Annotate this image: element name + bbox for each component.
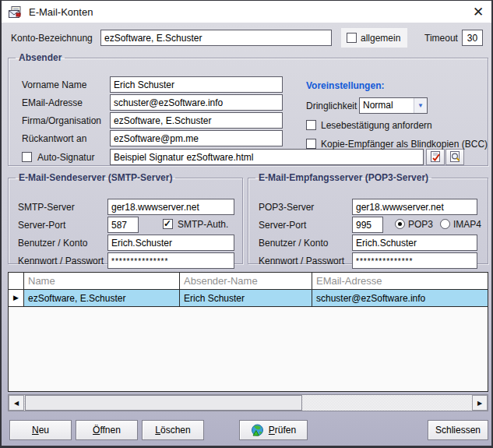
smtp-server-label: SMTP-Server <box>18 202 75 213</box>
dringlichkeit-label: Dringlichkeit <box>306 101 357 111</box>
absender-group: Absender Vorname Name EMail-Adresse Firm… <box>8 52 488 166</box>
scroll-right-icon[interactable]: ▶ <box>472 395 488 411</box>
firma-input[interactable] <box>110 112 283 129</box>
pop3-port-label: Server-Port <box>259 220 306 231</box>
timeout-label: Timeout <box>424 33 458 44</box>
row-selector-header <box>9 273 24 289</box>
accounts-table-header: Name Absender-Name EMail-Adresse <box>9 273 488 290</box>
edit-signature-icon <box>430 151 442 163</box>
titlebar: E-Mail-Konten ✕ <box>2 1 491 23</box>
absender-group-title: Absender <box>16 52 65 63</box>
accounts-table: Name Absender-Name EMail-Adresse ▶ ezSof… <box>8 272 488 392</box>
blindkopien-checkbox[interactable]: ✓ <box>306 139 316 149</box>
voreinstellungen-title: Voreinstellungen: <box>306 80 384 91</box>
window-title: E-Mail-Konten <box>29 6 93 18</box>
timeout-input[interactable] <box>462 30 483 46</box>
smtp-port-label: Server-Port <box>18 220 65 231</box>
globe-icon <box>251 424 264 437</box>
loeschen-button[interactable]: Löschen <box>142 420 204 440</box>
pop3-user-input[interactable] <box>352 235 477 251</box>
auto-signatur-checkbox[interactable]: ✓ <box>22 152 32 162</box>
smtp-auth-label: SMTP-Auth. <box>178 219 228 230</box>
imap4-radio[interactable] <box>440 219 450 229</box>
preview-signature-button[interactable] <box>445 149 464 165</box>
pop3-radio-label: POP3 <box>408 219 433 230</box>
allgemein-label: allgemein <box>361 33 400 44</box>
email-accounts-dialog: E-Mail-Konten ✕ Konto-Bezeichnung ✓ allg… <box>0 0 493 448</box>
column-header-absender-name[interactable]: Absender-Name <box>180 273 312 289</box>
scroll-left-icon[interactable]: ◀ <box>9 395 24 411</box>
konto-bezeichnung-input[interactable] <box>100 30 332 46</box>
smtp-pass-input[interactable] <box>107 252 234 269</box>
smtp-server-input[interactable] <box>107 199 234 215</box>
vorname-input[interactable] <box>110 76 283 93</box>
row-pointer-icon: ▶ <box>9 290 24 306</box>
chevron-down-icon[interactable]: ▼ <box>414 98 427 113</box>
horizontal-scrollbar[interactable]: ◀ ▶ <box>8 394 488 411</box>
imap4-radio-label: IMAP4 <box>453 219 481 230</box>
blindkopien-label: Kopie-Empfänger als Blindkopien (BCC) <box>321 139 488 150</box>
rueckantwort-label: Rückantwort an <box>22 133 86 144</box>
column-header-email-adresse[interactable]: EMail-Adresse <box>312 273 488 289</box>
smtp-group: E-Mail-Sendeserver (SMTP-Server) SMTP-Se… <box>8 172 243 264</box>
smtp-user-label: Benutzer / Konto <box>18 238 87 249</box>
close-icon[interactable]: ✕ <box>465 1 491 23</box>
schliessen-button[interactable]: Schliessen <box>428 420 488 440</box>
smtp-user-input[interactable] <box>107 235 234 251</box>
pop3-pass-label: Kennwort / Passwort <box>259 256 344 266</box>
pop3-port-input[interactable] <box>352 217 383 233</box>
pruefen-button[interactable]: Prüfen <box>239 420 308 440</box>
preview-icon <box>449 151 461 163</box>
smtp-port-input[interactable] <box>107 217 139 233</box>
email-adresse-label: EMail-Adresse <box>22 97 83 108</box>
pop3-server-label: POP3-Server <box>259 202 314 213</box>
pop3-radio[interactable] <box>395 219 405 229</box>
signatur-input[interactable] <box>110 149 424 165</box>
email-adresse-input[interactable] <box>110 94 283 111</box>
pop3-pass-input[interactable] <box>352 252 477 269</box>
mail-icon <box>9 6 23 18</box>
dringlichkeit-value: Normal <box>360 98 414 113</box>
smtp-pass-label: Kennwort / Passwort <box>18 256 104 266</box>
pop3-user-label: Benutzer / Konto <box>259 238 328 249</box>
lesebestaetigung-checkbox[interactable]: ✓ <box>306 120 316 130</box>
lesebestaetigung-label: Lesebestätigung anfordern <box>321 120 432 131</box>
oeffnen-button[interactable]: Öffnen <box>76 420 138 440</box>
pop3-group-title: E-Mail-Empfangsserver (POP3-Server) <box>255 172 431 183</box>
edit-signature-button[interactable] <box>426 149 445 165</box>
allgemein-checkbox[interactable]: ✓ <box>347 33 357 43</box>
column-header-name[interactable]: Name <box>24 273 180 289</box>
cell-email-adresse: schuster@ezSoftware.info <box>312 290 488 306</box>
pop3-server-input[interactable] <box>352 199 477 215</box>
dringlichkeit-select[interactable]: Normal ▼ <box>359 97 428 114</box>
cell-name: ezSoftware, E.Schuster <box>24 290 180 306</box>
cell-absender-name: Erich Schuster <box>180 290 312 306</box>
vorname-label: Vorname Name <box>22 79 86 90</box>
smtp-auth-checkbox[interactable]: ✓ <box>163 219 173 229</box>
firma-label: Firma/Organisation <box>22 115 101 126</box>
table-row[interactable]: ▶ ezSoftware, E.Schuster Erich Schuster … <box>9 290 488 307</box>
smtp-group-title: E-Mail-Sendeserver (SMTP-Server) <box>16 172 175 183</box>
neu-button[interactable]: Neu <box>9 420 72 440</box>
konto-bezeichnung-label: Konto-Bezeichnung <box>11 33 93 44</box>
pop3-group: E-Mail-Empfangsserver (POP3-Server) POP3… <box>248 172 488 264</box>
dialog-body: Konto-Bezeichnung ✓ allgemein Timeout Ab… <box>2 23 491 446</box>
rueckantwort-input[interactable] <box>110 130 283 146</box>
auto-signatur-label: Auto-Signatur <box>37 152 94 163</box>
scrollbar-thumb[interactable] <box>25 395 302 411</box>
